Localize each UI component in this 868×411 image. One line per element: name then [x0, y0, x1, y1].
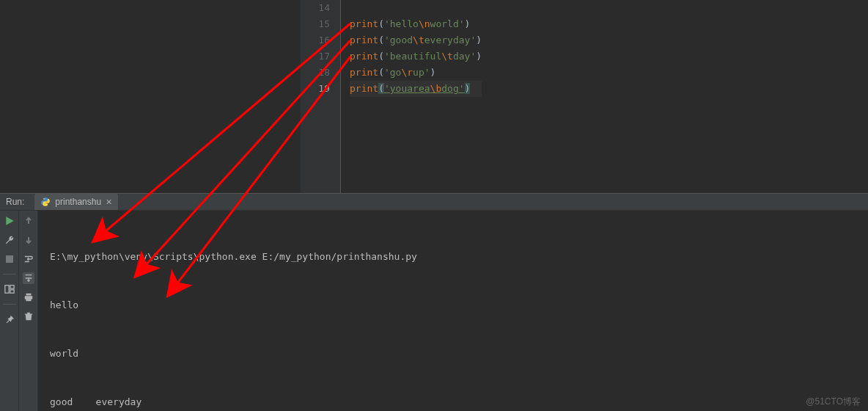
run-body: E:\my_python\venv\Scripts\python.exe E:/… — [0, 211, 868, 411]
code-line: print('good\teveryday') — [350, 32, 482, 48]
print-icon[interactable] — [23, 291, 34, 303]
svg-rect-3 — [4, 285, 8, 294]
run-title: Run: — [6, 197, 24, 207]
run-actions-secondary — [19, 211, 38, 411]
run-tab[interactable]: printhanshu ✕ — [34, 194, 118, 210]
wrench-icon[interactable] — [4, 234, 15, 246]
line-number-gutter: 14 15 16 17 18 19 — [301, 0, 341, 193]
svg-rect-4 — [10, 285, 13, 288]
line-number: 16 — [301, 32, 340, 48]
run-header: Run: printhanshu ✕ — [0, 194, 868, 211]
code-line: print('youarea\bdog') — [350, 81, 482, 97]
line-number: 17 — [301, 48, 340, 65]
code-line: print('go\rup') — [350, 65, 482, 81]
soft-wrap-icon[interactable] — [23, 253, 34, 265]
code-area[interactable]: print('hello\nworld') print('good\tevery… — [341, 0, 482, 193]
code-line: print('hello\nworld') — [350, 16, 482, 32]
run-tab-label: printhanshu — [55, 197, 101, 207]
code-line: print('beautiful\tday') — [350, 48, 482, 65]
console-line: world — [50, 346, 859, 362]
code-line — [350, 0, 482, 16]
console-line: good everyday — [50, 394, 859, 410]
run-actions-primary — [0, 211, 19, 411]
console-line: E:\my_python\venv\Scripts\python.exe E:/… — [50, 249, 859, 265]
separator — [3, 274, 16, 274]
svg-rect-2 — [6, 255, 13, 263]
watermark: @51CTO博客 — [806, 396, 861, 408]
stop-icon[interactable] — [4, 253, 15, 265]
play-icon[interactable] — [4, 215, 15, 227]
run-tool-window: Run: printhanshu ✕ — [0, 193, 868, 411]
arrow-down-icon[interactable] — [23, 234, 34, 246]
layout-icon[interactable] — [4, 283, 15, 295]
trash-icon[interactable] — [23, 310, 34, 322]
svg-rect-5 — [10, 290, 13, 293]
console-output[interactable]: E:\my_python\venv\Scripts\python.exe E:/… — [38, 211, 868, 411]
python-icon — [40, 197, 51, 207]
code-editor[interactable]: 14 15 16 17 18 19 print('hello\nworld') … — [0, 0, 868, 193]
scroll-to-end-icon[interactable] — [23, 272, 34, 284]
svg-point-0 — [44, 198, 45, 199]
close-icon[interactable]: ✕ — [106, 197, 112, 207]
console-line: hello — [50, 297, 859, 313]
line-number: 15 — [301, 16, 340, 32]
svg-point-1 — [47, 205, 48, 205]
pin-icon[interactable] — [4, 313, 15, 325]
arrow-up-icon[interactable] — [23, 215, 34, 227]
line-number: 19 — [301, 81, 340, 97]
separator — [3, 304, 16, 305]
line-number: 14 — [301, 0, 340, 16]
editor-left-margin — [0, 0, 301, 193]
line-number: 18 — [301, 65, 340, 81]
